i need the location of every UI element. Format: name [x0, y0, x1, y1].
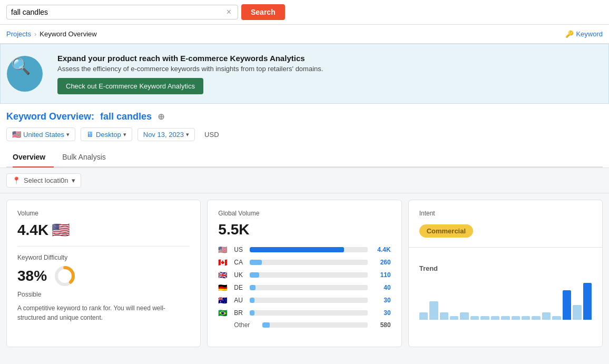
select-location-button[interactable]: 📍 Select locati0n ▾	[6, 173, 81, 188]
gv-row-de: 🇩🇪 DE 40	[218, 283, 390, 292]
tab-overview[interactable]: Overview	[13, 147, 54, 168]
gv-flag-us: 🇺🇸	[218, 245, 230, 254]
trend-bar-10	[522, 316, 530, 320]
kd-value-row: 38%	[17, 264, 190, 288]
location-select-label: Select locati0n	[24, 176, 68, 184]
gv-country-au: AU	[234, 297, 245, 304]
keyword-name: fall candles	[100, 111, 152, 122]
banner-description: Assess the efficiency of e-commerce keyw…	[57, 65, 323, 73]
gv-country-uk: UK	[234, 271, 245, 279]
card-divider-1	[17, 246, 190, 247]
location-filter-button[interactable]: 🇺🇸 United States ▾	[6, 127, 75, 141]
trend-bar-2	[440, 312, 448, 320]
gv-bar-ca	[250, 260, 261, 265]
gv-bar-wrap-br	[250, 310, 367, 316]
gv-bar-wrap-de	[250, 285, 367, 290]
trend-bar-7	[491, 316, 499, 320]
gv-country-de: DE	[234, 284, 245, 291]
gv-bar-uk	[250, 272, 259, 278]
intent-badge: Commercial	[419, 224, 473, 238]
trend-bar-9	[512, 316, 520, 320]
device-filter-button[interactable]: 🖥 Desktop ▾	[81, 127, 132, 141]
trend-bar-item-7	[491, 283, 499, 320]
breadcrumb-current: Keyword Overview	[40, 30, 96, 38]
gv-bar-wrap-ca	[250, 260, 367, 265]
breadcrumb: Projects › Keyword Overview 🔑 Keyword	[0, 25, 609, 44]
clear-icon[interactable]: ×	[227, 7, 231, 17]
breadcrumb-right-link[interactable]: Keyword	[576, 30, 603, 38]
trend-bar-item-10	[522, 283, 530, 320]
keyword-title: Keyword Overview: fall candles ⊕	[6, 111, 603, 122]
intent-trend-card: Intent Commercial Trend	[408, 200, 603, 347]
trend-bar-item-4	[460, 283, 468, 320]
kd-percentage: 38%	[17, 268, 47, 284]
trend-bar-item-13	[552, 283, 561, 320]
add-keyword-icon[interactable]: ⊕	[158, 112, 164, 121]
kd-description: A competitive keyword to rank for. You w…	[17, 303, 190, 322]
breadcrumb-projects[interactable]: Projects	[6, 30, 31, 38]
volume-flag: 🇺🇸	[52, 221, 70, 239]
gv-country-us: US	[234, 246, 245, 253]
device-label: Desktop	[96, 131, 121, 139]
banner-illustration: 🔍	[7, 53, 49, 95]
search-button[interactable]: Search	[241, 4, 285, 20]
trend-bar-5	[470, 316, 479, 320]
banner-cta-button[interactable]: Check out E-commerce Keyword Analytics	[57, 78, 203, 94]
gv-num-us: 4.4K	[372, 246, 391, 253]
location-select-chevron-icon: ▾	[72, 176, 75, 184]
other-label: Other	[234, 321, 258, 329]
trend-label: Trend	[419, 264, 592, 272]
trend-bar-4	[460, 312, 468, 320]
trend-bar-item-3	[450, 283, 458, 320]
kd-donut-chart	[53, 264, 76, 288]
trend-bar-item-0	[419, 283, 428, 320]
gv-country-ca: CA	[234, 259, 245, 266]
trend-bar-11	[532, 316, 540, 320]
gv-row-au: 🇦🇺 AU 30	[218, 296, 390, 304]
trend-bars-container	[419, 278, 592, 320]
location-pin-icon: 📍	[12, 176, 21, 184]
gv-country-br: BR	[234, 309, 245, 317]
device-chevron-icon: ▾	[123, 131, 126, 138]
gv-row-ca: 🇨🇦 CA 260	[218, 258, 390, 267]
search-input[interactable]	[11, 8, 227, 16]
trend-bar-0	[419, 312, 428, 320]
gv-bar-wrap-us	[250, 247, 367, 252]
tab-bulk-analysis[interactable]: Bulk Analysis	[62, 147, 114, 168]
search-input-wrap: ×	[6, 5, 238, 19]
gv-bar-wrap-au	[250, 298, 367, 303]
gv-flag-ca: 🇨🇦	[218, 258, 230, 267]
trend-bar-item-5	[470, 283, 479, 320]
other-bar	[262, 322, 270, 328]
gv-num-br: 30	[372, 309, 391, 317]
gv-num-uk: 110	[372, 271, 391, 279]
magnify-icon: 🔍	[11, 57, 31, 75]
trend-bar-1	[429, 301, 438, 320]
gv-flag-uk: 🇬🇧	[218, 271, 230, 279]
gv-flag-au: 🇦🇺	[218, 296, 230, 304]
keyword-title-prefix: Keyword Overview:	[6, 111, 94, 122]
gv-bar-wrap-uk	[250, 272, 367, 278]
other-bar-wrap	[262, 322, 367, 328]
breadcrumb-separator: ›	[34, 30, 36, 38]
location-flag: 🇺🇸	[12, 130, 21, 139]
gv-row-us: 🇺🇸 US 4.4K	[218, 245, 390, 254]
gv-num-ca: 260	[372, 259, 391, 266]
global-volume-label: Global Volume	[218, 210, 390, 217]
trend-bar-12	[542, 312, 551, 320]
location-label: United States	[23, 131, 64, 139]
gv-bar-au	[250, 298, 254, 303]
location-chevron-icon: ▾	[66, 131, 70, 138]
banner-title: Expand your product reach with E-commerc…	[57, 54, 323, 63]
device-icon: 🖥	[86, 130, 94, 139]
tabs: Overview Bulk Analysis	[6, 147, 603, 168]
gv-bar-br	[250, 310, 254, 316]
date-chevron-icon: ▾	[186, 131, 189, 138]
trend-bar-item-12	[542, 283, 551, 320]
date-label: Nov 13, 2023	[143, 131, 184, 139]
trend-bar-6	[480, 316, 489, 320]
kd-possible-label: Possible	[17, 291, 190, 298]
trend-bar-8	[501, 316, 509, 320]
volume-label: Volume	[17, 210, 190, 217]
date-filter-button[interactable]: Nov 13, 2023 ▾	[137, 128, 195, 141]
